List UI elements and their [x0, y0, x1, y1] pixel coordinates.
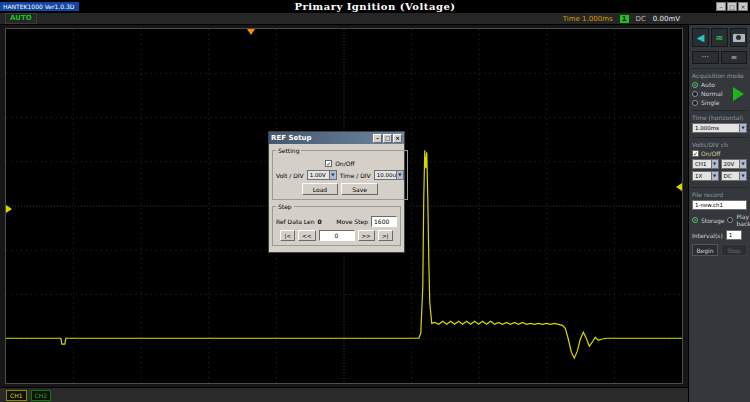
- record-label: File record: [692, 191, 747, 198]
- acq-option-auto-label: Auto: [701, 81, 715, 88]
- vertical-section: Volts/DIV ch On/Off CH1 ▼ 20V ▼: [692, 137, 747, 183]
- channel-select[interactable]: CH1 ▼: [692, 159, 719, 169]
- move-step-input[interactable]: [371, 216, 397, 227]
- step-group: Step Ref Data Len 0 Move Step |< << >> >…: [272, 203, 401, 246]
- volt-div-label: Volt / DIV: [276, 172, 304, 179]
- step-last-button[interactable]: >|: [378, 230, 393, 241]
- timebase-section: Time (horizontal) 1.000ms ▼: [692, 110, 747, 133]
- chevron-down-icon: ▼: [739, 160, 746, 168]
- radio-single[interactable]: [692, 100, 698, 106]
- acq-option-normal[interactable]: Normal: [692, 90, 733, 97]
- menu-icon: ≡: [730, 54, 737, 62]
- status-right-cluster: Time 1.000ms 1 DC 0.00mV: [563, 15, 680, 23]
- minimize-button[interactable]: –: [716, 2, 726, 11]
- dialog-close-button[interactable]: ×: [393, 134, 402, 143]
- camera-icon: [733, 34, 745, 42]
- load-button[interactable]: Load: [302, 183, 338, 195]
- app-window: HANTEK1000 Ver1.0.3D Primary Ignition (V…: [0, 0, 750, 402]
- screenshot-button[interactable]: [730, 28, 747, 47]
- step-position-input[interactable]: [319, 230, 355, 241]
- storage-radio[interactable]: [692, 217, 698, 223]
- trigger-level-readout: 0.00mV: [653, 15, 680, 23]
- probe-value: 1X: [693, 173, 711, 179]
- move-step-label: Move Step: [336, 218, 368, 225]
- titlebar: HANTEK1000 Ver1.0.3D Primary Ignition (V…: [0, 0, 750, 13]
- chevron-down-icon: ▼: [739, 172, 746, 180]
- bottom-bar: CH1 CH2: [0, 387, 688, 402]
- ch1-ground-marker[interactable]: [6, 205, 12, 213]
- ref-setup-dialog: REF Setup – □ × Setting On/Off Volt / DI…: [268, 131, 405, 253]
- trigger-position-marker[interactable]: [247, 29, 255, 35]
- probe-select[interactable]: 1X ▼: [692, 171, 719, 181]
- ref-volt-div-value: 1.00V: [308, 172, 329, 178]
- acquisition-section: Acquisition mode Auto Normal: [692, 68, 747, 106]
- channel-badge: 1: [620, 15, 629, 23]
- dialog-minimize-button[interactable]: –: [373, 134, 382, 143]
- close-button[interactable]: ×: [738, 2, 748, 11]
- interval-label: Interval(s): [692, 232, 723, 239]
- channel-onoff-checkbox[interactable]: [692, 150, 699, 157]
- radio-normal[interactable]: [692, 91, 698, 97]
- coupling-select[interactable]: DC ▼: [721, 171, 748, 181]
- ref-time-div-select[interactable]: 10.00us ▼: [374, 170, 404, 180]
- status-bar: AUTO Time 1.000ms 1 DC 0.00mV: [0, 13, 750, 25]
- ref-data-len-value: 0: [318, 218, 322, 225]
- ref-onoff-label: On/Off: [335, 160, 354, 167]
- toolbar-row-1: ◀ ≈: [692, 28, 747, 47]
- sidebar: ◀ ≈ ··· ≡ Acquisition mode: [688, 25, 750, 402]
- ref-volt-div-select[interactable]: 1.00V ▼: [307, 170, 337, 180]
- chevron-down-icon: ▼: [329, 171, 336, 179]
- dialog-window-controls: – □ ×: [373, 134, 402, 143]
- timebase-value: 1.000ms: [693, 125, 739, 131]
- step-first-button[interactable]: |<: [280, 230, 295, 241]
- volts-div-select[interactable]: 20V ▼: [721, 159, 748, 169]
- acquisition-radio-group: Auto Normal Single: [692, 81, 733, 106]
- setting-legend: Setting: [276, 147, 301, 154]
- menu-button[interactable]: ≡: [721, 51, 748, 64]
- acquisition-mode-label: Acquisition mode: [692, 72, 747, 79]
- page-title: Primary Ignition (Voltage): [0, 1, 750, 12]
- save-button[interactable]: Save: [341, 183, 378, 195]
- back-button[interactable]: ◀: [692, 28, 709, 47]
- ref-time-div-value: 10.00us: [375, 172, 396, 178]
- trigger-mode-badge: AUTO: [5, 13, 37, 24]
- more-button[interactable]: ···: [692, 51, 719, 64]
- step-prev-button[interactable]: <<: [298, 230, 315, 241]
- record-stop-button[interactable]: Stop: [721, 244, 747, 256]
- playback-label: Play back: [736, 213, 750, 227]
- dialog-title: REF Setup: [271, 134, 312, 142]
- acq-option-single-label: Single: [701, 99, 719, 106]
- acq-option-single[interactable]: Single: [692, 99, 733, 106]
- timebase-select[interactable]: 1.000ms ▼: [692, 123, 747, 133]
- ch1-indicator[interactable]: CH1: [6, 390, 27, 401]
- playback-radio[interactable]: [727, 217, 733, 223]
- ref-data-len-label: Ref Data Len: [276, 218, 315, 225]
- chevron-down-icon: ▼: [711, 172, 718, 180]
- record-begin-button[interactable]: Begin: [692, 244, 718, 256]
- storage-label: Storage: [701, 217, 724, 224]
- volts-div-value: 20V: [722, 161, 740, 167]
- ref-level-marker[interactable]: [676, 183, 682, 191]
- app-version-label: HANTEK1000 Ver1.0.3D: [0, 2, 79, 11]
- ch2-indicator[interactable]: CH2: [31, 390, 52, 401]
- step-next-button[interactable]: >>: [358, 230, 375, 241]
- channel-onoff-label: On/Off: [701, 150, 720, 157]
- waveform-icon: ≈: [715, 33, 723, 43]
- acq-option-auto[interactable]: Auto: [692, 81, 733, 88]
- chevron-down-icon: ▼: [739, 124, 746, 132]
- radio-auto[interactable]: [692, 82, 698, 88]
- time-div-label: Time / DIV: [340, 172, 371, 179]
- ref-onoff-checkbox[interactable]: [325, 160, 332, 167]
- start-button[interactable]: [733, 87, 744, 101]
- toolbar-row-2: ··· ≡: [692, 51, 747, 64]
- chevron-down-icon: ▼: [396, 171, 403, 179]
- ellipsis-icon: ···: [701, 54, 709, 62]
- dialog-titlebar[interactable]: REF Setup – □ ×: [269, 132, 404, 144]
- chevron-down-icon: ▼: [711, 160, 718, 168]
- interval-input[interactable]: [726, 230, 742, 240]
- dialog-maximize-button[interactable]: □: [383, 134, 392, 143]
- autoset-button[interactable]: ≈: [711, 28, 728, 47]
- record-filename-input[interactable]: [692, 200, 747, 210]
- window-controls: – □ ×: [716, 2, 750, 11]
- maximize-button[interactable]: □: [727, 2, 737, 11]
